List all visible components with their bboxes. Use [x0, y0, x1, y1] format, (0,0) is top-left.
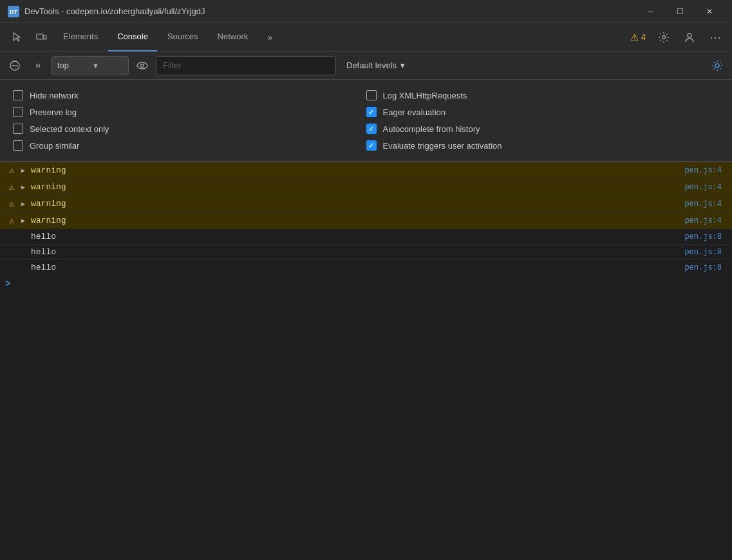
settings-item-eager-eval[interactable]: Eager evaluation: [366, 107, 720, 117]
filter-input-container[interactable]: [156, 56, 336, 75]
cursor-tool-button[interactable]: [5, 26, 28, 49]
checkbox-group-similar[interactable]: [13, 140, 23, 151]
settings-item-log-xmlhttp[interactable]: Log XMLHttpRequests: [366, 90, 720, 100]
tabs-bar: Elements Console Sources Network » ⚠ 4 ⋯: [0, 23, 732, 51]
row-text: warning: [28, 216, 684, 225]
table-row[interactable]: hellopen.js:8: [0, 229, 732, 245]
minimize-button[interactable]: ─: [635, 0, 665, 23]
clear-console-button[interactable]: [5, 56, 24, 75]
row-text: hello: [28, 263, 684, 272]
label-selected-context: Selected context only: [30, 124, 109, 134]
checkbox-evaluate-triggers[interactable]: [366, 140, 377, 151]
warning-icon: ⚠: [5, 215, 18, 226]
checkbox-hide-network[interactable]: [13, 90, 23, 100]
expand-icon[interactable]: ▶: [18, 167, 28, 174]
row-source-link[interactable]: pen.js:4: [684, 200, 727, 209]
table-row[interactable]: ⚠▶warningpen.js:4: [0, 212, 732, 229]
label-hide-network: Hide network: [30, 91, 79, 100]
table-row[interactable]: ⚠▶warningpen.js:4: [0, 162, 732, 179]
console-prompt-row[interactable]: >: [0, 275, 732, 293]
tab-network[interactable]: Network: [209, 23, 258, 51]
settings-item-preserve-log[interactable]: Preserve log: [13, 107, 366, 117]
row-source-link[interactable]: pen.js:8: [684, 248, 727, 257]
settings-item-autocomplete-history[interactable]: Autocomplete from history: [366, 124, 720, 134]
checkbox-log-xmlhttp[interactable]: [366, 90, 377, 100]
tab-console[interactable]: Console: [108, 23, 157, 51]
warning-icon: ⚠: [5, 182, 18, 192]
settings-item-evaluate-triggers[interactable]: Evaluate triggers user activation: [366, 140, 720, 151]
warning-badge[interactable]: ⚠ 4: [626, 32, 650, 43]
filter-input[interactable]: [163, 61, 329, 70]
settings-button[interactable]: [652, 26, 675, 49]
console-output: ⚠▶warningpen.js:4⚠▶warningpen.js:4⚠▶warn…: [0, 162, 732, 275]
settings-panel: Hide networkPreserve logSelected context…: [0, 80, 732, 162]
more-tabs-button[interactable]: »: [258, 26, 281, 49]
label-eager-eval: Eager evaluation: [383, 107, 446, 117]
default-levels-arrow-icon: ▾: [400, 61, 405, 70]
row-source-link[interactable]: pen.js:8: [684, 263, 727, 272]
tabs-right-controls: ⚠ 4 ⋯: [626, 26, 727, 49]
row-text: hello: [28, 247, 684, 257]
checkbox-eager-eval[interactable]: [366, 107, 377, 117]
row-text: warning: [28, 182, 684, 192]
tab-elements[interactable]: Elements: [54, 23, 107, 51]
expand-icon[interactable]: ▶: [18, 200, 28, 208]
label-log-xmlhttp: Log XMLHttpRequests: [383, 91, 467, 100]
profile-button[interactable]: [678, 26, 701, 49]
svg-point-4: [662, 35, 666, 39]
svg-rect-2: [37, 34, 43, 39]
row-text: warning: [28, 199, 684, 209]
row-source-link[interactable]: pen.js:4: [684, 183, 727, 192]
device-toggle-button[interactable]: [30, 26, 53, 49]
maximize-button[interactable]: ☐: [665, 0, 695, 23]
table-row[interactable]: ⚠▶warningpen.js:4: [0, 179, 732, 196]
settings-right-column: Log XMLHttpRequestsEager evaluationAutoc…: [366, 85, 720, 156]
settings-left-column: Hide networkPreserve logSelected context…: [13, 85, 366, 156]
label-autocomplete-history: Autocomplete from history: [383, 124, 480, 134]
checkbox-selected-context[interactable]: [13, 124, 23, 134]
console-settings-button[interactable]: [708, 56, 727, 75]
row-source-link[interactable]: pen.js:8: [684, 232, 727, 241]
settings-item-group-similar[interactable]: Group similar: [13, 140, 366, 151]
expand-icon[interactable]: ▶: [18, 217, 28, 225]
close-button[interactable]: ✕: [695, 0, 724, 23]
window-title: DevTools - codepen.io/zoherghadyali/full…: [24, 6, 630, 16]
row-source-link[interactable]: pen.js:4: [684, 166, 727, 175]
settings-item-selected-context[interactable]: Selected context only: [13, 124, 366, 134]
checkbox-autocomplete-history[interactable]: [366, 124, 377, 134]
svg-point-9: [141, 64, 144, 67]
label-evaluate-triggers: Evaluate triggers user activation: [383, 141, 502, 151]
default-levels-button[interactable]: Default levels ▾: [340, 56, 411, 75]
eye-button[interactable]: [133, 56, 152, 75]
context-arrow-icon: ▼: [92, 62, 123, 70]
label-group-similar: Group similar: [30, 141, 79, 151]
label-preserve-log: Preserve log: [30, 107, 77, 117]
table-row[interactable]: hellopen.js:8: [0, 245, 732, 260]
warning-count: 4: [641, 32, 646, 42]
devtools-icon: DT: [8, 6, 19, 17]
svg-rect-3: [44, 35, 46, 39]
more-options-button[interactable]: ⋯: [704, 26, 727, 49]
expand-icon[interactable]: ▶: [18, 183, 28, 191]
svg-point-10: [715, 64, 719, 68]
settings-item-hide-network[interactable]: Hide network: [13, 90, 366, 100]
table-row[interactable]: hellopen.js:8: [0, 260, 732, 275]
warning-icon: ⚠: [630, 32, 639, 43]
prompt-arrow-icon: >: [5, 279, 10, 289]
row-text: warning: [28, 165, 684, 175]
svg-point-5: [688, 33, 691, 37]
svg-text:DT: DT: [10, 9, 17, 15]
tab-sources[interactable]: Sources: [158, 23, 207, 51]
filter-regex-button[interactable]: ⊘: [28, 56, 48, 75]
svg-point-8: [137, 62, 147, 69]
row-source-link[interactable]: pen.js:4: [684, 216, 727, 225]
warning-icon: ⚠: [5, 198, 18, 209]
checkbox-preserve-log[interactable]: [13, 107, 23, 117]
window-controls: ─ ☐ ✕: [635, 0, 724, 23]
context-selector[interactable]: top ▼: [52, 56, 129, 75]
console-toolbar: ⊘ top ▼ Default levels ▾: [0, 51, 732, 80]
warning-icon: ⚠: [5, 165, 18, 176]
context-value: top: [57, 61, 88, 70]
title-bar: DT DevTools - codepen.io/zoherghadyali/f…: [0, 0, 732, 23]
table-row[interactable]: ⚠▶warningpen.js:4: [0, 196, 732, 212]
